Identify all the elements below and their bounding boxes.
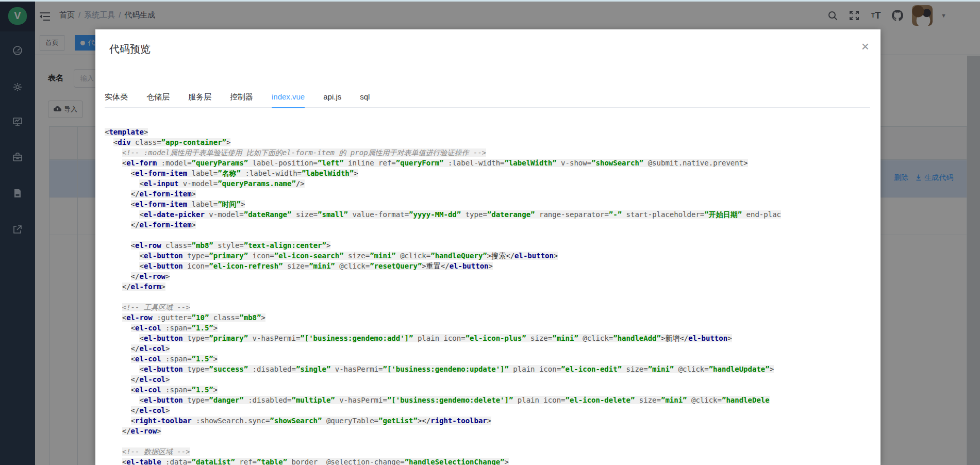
tab-controller[interactable]: 控制器 bbox=[230, 87, 253, 108]
code-line: <!-- :model属性用于表单验证使用 比如下面的el-form-item … bbox=[105, 147, 881, 158]
tab-api-js[interactable]: api.js bbox=[323, 87, 341, 108]
code-line: </el-col> bbox=[105, 343, 881, 354]
code-line: <el-col :span=”1.5”> bbox=[105, 354, 881, 364]
code-line: <el-button type=”danger” :disabled=”mult… bbox=[105, 395, 881, 405]
code-line: <el-form :model=”queryParams” label-posi… bbox=[105, 158, 881, 168]
code-line: <!-- 工具区域 --> bbox=[105, 302, 881, 312]
code-line: <el-form-item label=”时间”> bbox=[105, 199, 881, 209]
code-line: <el-table :data=”dataList” ref=”table” b… bbox=[105, 457, 881, 465]
code-line: <div class=”app-container”> bbox=[105, 137, 881, 147]
browser-top-edge bbox=[0, 0, 980, 2]
code-line: <template> bbox=[105, 127, 881, 137]
code-line: <el-button type=”primary” icon=”el-icon-… bbox=[105, 251, 881, 261]
code-line: <el-col :span=”1.5”> bbox=[105, 385, 881, 395]
code-line: <el-button type=”primary” v-hasPermi=”['… bbox=[105, 333, 881, 343]
tab-index-vue[interactable]: index.vue bbox=[272, 87, 305, 108]
code-preview-dialog: 代码预览 × 实体类 仓储层 服务层 控制器 index.vue api.js … bbox=[95, 29, 881, 465]
code-line: </el-col> bbox=[105, 374, 881, 385]
code-line: <el-button icon=”el-icon-refresh” size=”… bbox=[105, 261, 881, 271]
code-line: <el-date-picker v-model=”dateRange” size… bbox=[105, 209, 881, 220]
code-line: </el-form> bbox=[105, 281, 881, 292]
code-line: </el-col> bbox=[105, 405, 881, 416]
tab-sql[interactable]: sql bbox=[360, 87, 370, 108]
code-line bbox=[105, 292, 881, 302]
close-icon[interactable]: × bbox=[861, 40, 869, 53]
code-line: <right-toolbar :showSearch.sync=”showSea… bbox=[105, 416, 881, 426]
code-line: <el-row :gutter=”10” class=”mb8”> bbox=[105, 312, 881, 323]
code-line: <el-form-item label=”名称” :label-width=”l… bbox=[105, 168, 881, 178]
code-line: </el-form-item> bbox=[105, 220, 881, 230]
code-line: <el-input v-model=”queryParams.name”/> bbox=[105, 178, 881, 189]
code-line: </el-form-item> bbox=[105, 189, 881, 199]
tab-entity[interactable]: 实体类 bbox=[105, 87, 128, 108]
tab-repository[interactable]: 仓储层 bbox=[146, 87, 170, 108]
code-line: <el-row class=”mb8” style=”text-align:ce… bbox=[105, 240, 881, 251]
code-line: </el-row> bbox=[105, 426, 881, 436]
code-line: <!-- 数据区域 --> bbox=[105, 446, 881, 457]
dialog-title: 代码预览 bbox=[109, 42, 151, 56]
code-line: <el-col :span=”1.5”> bbox=[105, 323, 881, 333]
code-line bbox=[105, 230, 881, 240]
code-line: <el-button type=”success” :disabled=”sin… bbox=[105, 364, 881, 374]
code-line bbox=[105, 436, 881, 446]
tab-service[interactable]: 服务层 bbox=[188, 87, 211, 108]
code-block: <template> <div class=”app-container”> <… bbox=[95, 127, 881, 465]
code-line: </el-row> bbox=[105, 271, 881, 281]
code-tabs: 实体类 仓储层 服务层 控制器 index.vue api.js sql bbox=[105, 87, 870, 108]
